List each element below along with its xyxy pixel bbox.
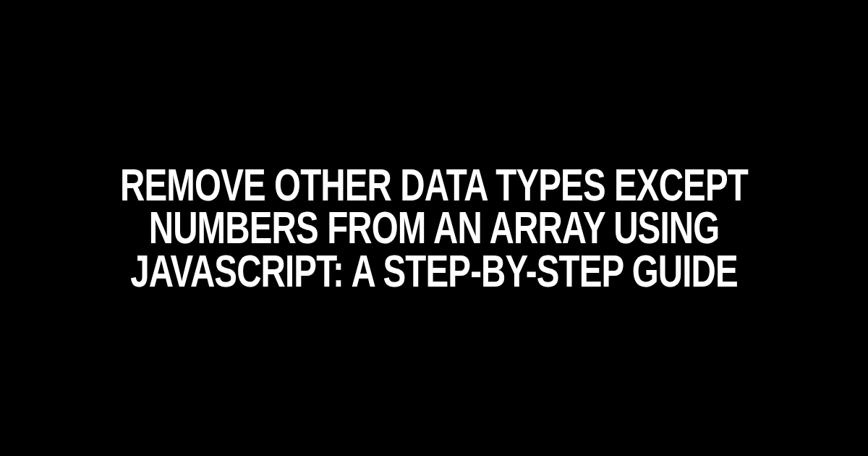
page-title: Remove Other Data Types Except Numbers f… [84, 164, 784, 292]
